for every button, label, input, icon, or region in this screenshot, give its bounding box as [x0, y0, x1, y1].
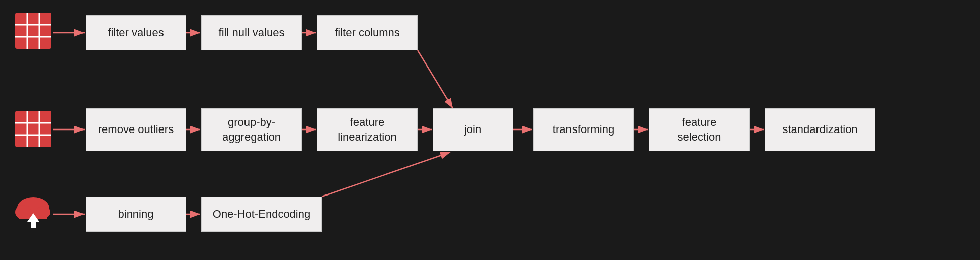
node-join[interactable]: join	[433, 108, 513, 151]
svg-line-4	[418, 50, 453, 108]
node-one-hot-encoding[interactable]: One-Hot-Endcoding	[201, 197, 322, 232]
node-binning[interactable]: binning	[86, 197, 186, 232]
pipeline-canvas: filter values fill null values filter co…	[0, 0, 980, 260]
node-fill-null-values[interactable]: fill null values	[201, 15, 302, 50]
node-feature-selection[interactable]: featureselection	[649, 108, 750, 151]
svg-rect-15	[15, 13, 51, 49]
svg-line-14	[322, 152, 450, 197]
node-filter-columns[interactable]: filter columns	[317, 15, 418, 50]
node-standardization[interactable]: standardization	[765, 108, 875, 151]
node-remove-outliers[interactable]: remove outliers	[86, 108, 186, 151]
node-filter-values[interactable]: filter values	[86, 15, 186, 50]
svg-rect-30	[31, 218, 36, 228]
svg-point-25	[17, 197, 49, 219]
svg-marker-29	[27, 213, 39, 222]
node-transforming[interactable]: transforming	[533, 108, 634, 151]
svg-rect-28	[19, 211, 47, 219]
node-feature-linearization[interactable]: featurelinearization	[317, 108, 418, 151]
node-group-by-aggregation[interactable]: group-by-aggregation	[201, 108, 302, 151]
svg-point-27	[36, 206, 50, 218]
svg-rect-20	[15, 111, 51, 147]
svg-point-26	[15, 205, 31, 219]
